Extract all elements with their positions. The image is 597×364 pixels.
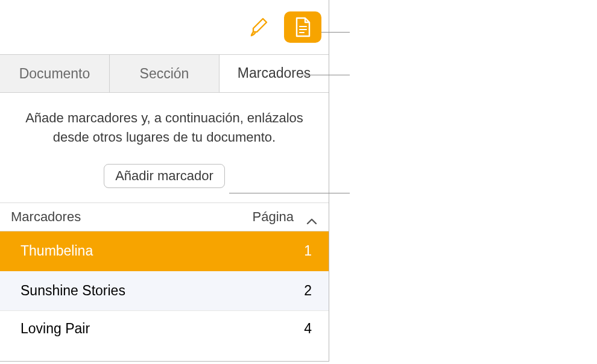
bookmark-name: Thumbelina (21, 243, 93, 259)
add-bookmark-wrap: Añadir marcador (0, 164, 329, 188)
callout-line (229, 193, 350, 193)
header-page-col: Página (252, 209, 294, 225)
add-bookmark-label: Añadir marcador (115, 168, 213, 183)
bookmark-page: 2 (304, 283, 312, 299)
tab-documento[interactable]: Documento (0, 54, 110, 92)
bookmark-row[interactable]: Loving Pair 4 (0, 311, 329, 342)
sort-chevron-up-icon[interactable] (306, 213, 318, 221)
intro-text: Añade marcadores y, a continuación, enlá… (22, 108, 307, 147)
bookmark-page: 4 (304, 321, 312, 337)
add-bookmark-button[interactable]: Añadir marcador (104, 164, 225, 188)
inspector-tabs: Documento Sección Marcadores (0, 54, 329, 93)
tab-label: Sección (140, 66, 189, 82)
header-page-col-group: Página (252, 209, 318, 225)
bookmark-page: 1 (304, 243, 312, 259)
tab-seccion[interactable]: Sección (110, 54, 220, 92)
tab-marcadores[interactable]: Marcadores (220, 54, 329, 92)
inspector-toolbar (0, 0, 329, 54)
callout-line (321, 32, 350, 33)
format-inspector-button[interactable] (241, 11, 278, 43)
bookmark-name: Sunshine Stories (21, 283, 125, 299)
bookmark-name: Loving Pair (21, 321, 90, 337)
bookmark-row[interactable]: Sunshine Stories 2 (0, 271, 329, 311)
header-name-col: Marcadores (11, 209, 81, 225)
callout-line (303, 75, 350, 75)
document-inspector-button[interactable] (284, 11, 321, 43)
tab-label: Documento (19, 66, 90, 82)
bookmarks-sidebar-panel: Documento Sección Marcadores Añade marca… (0, 0, 329, 362)
bookmarks-list-header: Marcadores Página (0, 202, 329, 231)
bookmarks-intro: Añade marcadores y, a continuación, enlá… (0, 93, 329, 147)
tab-label: Marcadores (238, 65, 311, 81)
bookmark-row[interactable]: Thumbelina 1 (0, 231, 329, 271)
document-icon (293, 16, 312, 38)
format-brush-icon (248, 16, 270, 38)
